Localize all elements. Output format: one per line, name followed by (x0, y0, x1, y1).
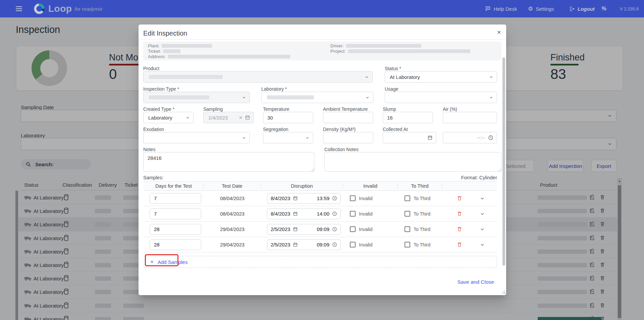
usage-label: Usage (385, 86, 398, 92)
menu-icon[interactable] (16, 0, 22, 17)
expand-row-icon[interactable] (480, 242, 485, 247)
delete-sample-icon[interactable] (457, 242, 462, 247)
chat-icon (485, 6, 491, 12)
to-third-label: To Third (414, 227, 430, 232)
slump-input[interactable] (383, 112, 433, 123)
percent-icon[interactable]: % (601, 0, 606, 17)
chevron-down-icon (185, 116, 190, 120)
brand-name: Loop (48, 3, 72, 14)
collection-notes-textarea[interactable] (324, 152, 501, 172)
chevron-down-icon (242, 136, 246, 140)
delete-sample-icon[interactable] (457, 211, 462, 217)
notes-textarea[interactable]: 28416 (143, 152, 314, 172)
to-third-checkbox[interactable] (405, 195, 410, 201)
to-third-checkbox[interactable] (405, 242, 410, 247)
expand-row-icon[interactable] (480, 227, 485, 232)
status-select[interactable]: At Laboratory (385, 71, 497, 83)
project-label: Project: (330, 49, 346, 54)
plant-label: Plant: (148, 43, 160, 48)
invalid-checkbox[interactable] (350, 195, 356, 201)
ambient-temperature-label: Ambient Temperature (323, 106, 368, 112)
to-third-checkbox[interactable] (405, 226, 410, 232)
brand-tagline: for readymix (74, 6, 102, 12)
delete-sample-icon[interactable] (457, 195, 462, 201)
chevron-down-icon (242, 95, 246, 100)
to-third-checkbox[interactable] (405, 211, 410, 217)
sampling-date-field: 1/4/2023 ✕ (203, 112, 254, 123)
address-label: Address: (148, 54, 166, 59)
disruption-datetime-field[interactable]: 2/5/2023 09:09 (267, 239, 341, 250)
add-samples-row: + Add Samples (144, 256, 497, 268)
plus-icon: + (150, 259, 154, 265)
product-select[interactable] (143, 71, 373, 83)
usage-select[interactable] (385, 92, 497, 103)
col-actions (442, 183, 497, 189)
laboratory-select[interactable] (261, 92, 373, 103)
days-for-test-input[interactable] (150, 239, 201, 250)
density-input[interactable] (323, 132, 373, 143)
plant-value-redacted (162, 44, 212, 48)
samples-label: Samples: (143, 175, 163, 180)
settings-button[interactable]: ⚙ Settings (528, 0, 554, 17)
samples-table: Days for the Test Test Date Disruption I… (144, 181, 497, 253)
disruption-time: 09:09 (317, 242, 329, 247)
clock-icon[interactable] (488, 135, 493, 140)
save-and-close-button[interactable]: Save and Close (458, 279, 494, 285)
col-to-third: To Third (398, 183, 442, 189)
clock-icon[interactable] (332, 196, 337, 201)
inspection-type-select[interactable] (143, 92, 250, 103)
time-placeholder: --:-- (477, 135, 485, 140)
days-for-test-input[interactable] (150, 224, 201, 235)
delete-sample-icon[interactable] (457, 226, 462, 232)
app-version: V 2.235.9 (620, 0, 639, 17)
invalid-checkbox[interactable] (350, 211, 356, 217)
disruption-datetime-field[interactable]: 2/5/2023 09:09 (267, 224, 341, 235)
calendar-icon[interactable] (293, 242, 298, 247)
close-icon[interactable]: ✕ (497, 29, 501, 36)
calendar-icon[interactable] (293, 196, 298, 201)
logout-button[interactable]: Logout (569, 0, 595, 17)
sample-row: 29/04/2023 2/5/2023 09:09 Invalid To Thi… (144, 222, 497, 237)
created-type-select[interactable]: Laboratory (143, 112, 194, 123)
disruption-time: 09:09 (317, 226, 329, 232)
clock-icon[interactable] (332, 211, 337, 216)
expand-row-icon[interactable] (480, 211, 485, 217)
top-navbar: Loop for readymix Help Desk ⚙ Settings L… (0, 0, 644, 17)
invalid-checkbox[interactable] (350, 226, 356, 232)
ambient-temperature-input[interactable] (323, 112, 373, 123)
add-samples-button[interactable]: Add Samples (158, 259, 187, 265)
driver-value-redacted (346, 44, 421, 48)
calendar-icon[interactable] (427, 135, 433, 140)
days-for-test-input[interactable] (150, 209, 201, 219)
help-desk-button[interactable]: Help Desk (485, 0, 517, 17)
test-date-value: 29/04/2023 (204, 227, 261, 232)
air-input[interactable] (443, 112, 497, 123)
dialog-resize-handle[interactable] (501, 290, 505, 294)
expand-row-icon[interactable] (480, 196, 485, 201)
clock-icon[interactable] (332, 227, 337, 232)
clock-icon[interactable] (332, 242, 337, 247)
disruption-datetime-field[interactable]: 8/4/2023 13:59 (267, 193, 341, 204)
exudation-select[interactable] (143, 132, 250, 143)
disruption-date: 8/4/2023 (271, 211, 290, 217)
dialog-scrollbar[interactable] (502, 57, 505, 266)
collected-at-time-field[interactable]: --:-- (443, 132, 497, 143)
temperature-input[interactable] (263, 112, 313, 123)
laboratory-value-redacted (267, 95, 314, 99)
clear-icon[interactable]: ✕ (239, 115, 243, 120)
created-type-label: Created Type * (143, 106, 174, 112)
sample-row: 08/04/2023 8/4/2023 13:59 Invalid To Thi… (144, 191, 497, 206)
collected-at-date-field[interactable] (383, 132, 436, 143)
col-days: Days for the Test (144, 183, 204, 189)
laboratory-label: Laboratory * (261, 86, 287, 92)
invalid-label: Invalid (359, 227, 372, 232)
segregation-select[interactable] (263, 132, 313, 143)
invalid-checkbox[interactable] (350, 242, 356, 247)
calendar-icon[interactable] (293, 211, 298, 216)
days-for-test-input[interactable] (150, 193, 201, 204)
calendar-icon[interactable] (245, 115, 250, 120)
air-label: Air (%) (443, 106, 457, 112)
col-test-date: Test Date (204, 183, 261, 189)
calendar-icon[interactable] (293, 227, 298, 232)
disruption-datetime-field[interactable]: 8/4/2023 14:00 (267, 209, 341, 219)
